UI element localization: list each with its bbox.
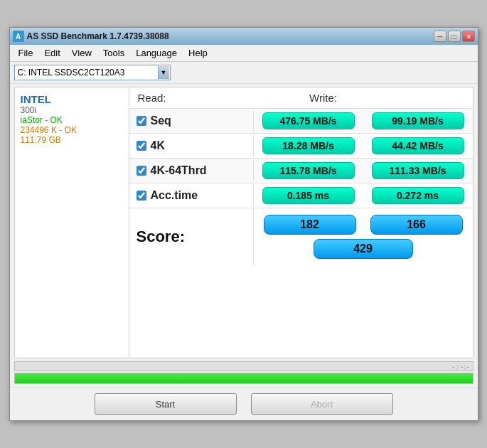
- drive-select[interactable]: C: INTEL SSDSC2CT120A3: [14, 65, 171, 80]
- 4k-label: 4K: [151, 139, 165, 152]
- info-panel: INTEL 300i iaStor - OK 234496 K - OK 111…: [15, 87, 129, 358]
- scrollbar-track[interactable]: -:·-:-: [14, 361, 473, 371]
- menu-tools[interactable]: Tools: [97, 46, 130, 60]
- menubar: File Edit View Tools Language Help: [10, 45, 478, 62]
- score-results: 182 166 429: [254, 210, 473, 263]
- progress-track: [14, 373, 473, 384]
- table-row: Seq 476.75 MB/s 99.19 MB/s: [129, 109, 473, 134]
- acctime-write-cell: 0.272 ms: [363, 183, 473, 208]
- start-button[interactable]: Start: [95, 393, 237, 415]
- acctime-read-badge: 0.185 ms: [262, 187, 355, 204]
- row-label-4k64: 4K-64Thrd: [129, 160, 254, 181]
- seq-checkbox[interactable]: [137, 116, 146, 126]
- score-total-row: 429: [254, 239, 473, 259]
- score-row: Score: 182 166 429: [129, 208, 473, 265]
- table-row: 4K 18.28 MB/s 44.42 MB/s: [129, 134, 473, 159]
- results-panel: Read: Write: Seq 476.75 MB/s 99.19 MB/s: [129, 87, 473, 358]
- progress-area: -:·-:-: [14, 361, 473, 384]
- menu-language[interactable]: Language: [130, 46, 183, 60]
- 4k64-checkbox[interactable]: [137, 166, 146, 176]
- scrollbar-dots: -:·-:-: [452, 363, 469, 370]
- main-content: INTEL 300i iaStor - OK 234496 K - OK 111…: [14, 87, 473, 358]
- table-row: 4K-64Thrd 115.78 MB/s 111.33 MB/s: [129, 159, 473, 183]
- 4k64-write-cell: 111.33 MB/s: [363, 159, 473, 183]
- row-label-seq: Seq: [129, 110, 254, 132]
- table-row: Acc.time 0.185 ms 0.272 ms: [129, 183, 473, 208]
- seq-read-cell: 476.75 MB/s: [254, 109, 363, 133]
- 4k-write-badge: 44.42 MB/s: [372, 137, 464, 154]
- abort-button[interactable]: Abort: [251, 393, 393, 415]
- menu-edit[interactable]: Edit: [38, 46, 65, 60]
- 4k-write-cell: 44.42 MB/s: [363, 134, 473, 158]
- acctime-checkbox[interactable]: [137, 191, 146, 201]
- seq-write-cell: 99.19 MB/s: [363, 109, 473, 133]
- 4k-checkbox[interactable]: [137, 141, 146, 151]
- titlebar-title-group: A AS SSD Benchmark 1.7.4739.38088: [13, 31, 169, 42]
- acctime-write-badge: 0.272 ms: [372, 187, 464, 204]
- menu-help[interactable]: Help: [183, 46, 213, 60]
- score-label: Score:: [129, 208, 254, 265]
- minimize-button[interactable]: ─: [434, 31, 446, 42]
- score-total-badge: 429: [314, 239, 413, 259]
- 4k64-label: 4K-64Thrd: [151, 164, 207, 177]
- score-read-write-row: 182 166: [254, 215, 473, 235]
- row-label-acctime: Acc.time: [129, 185, 254, 206]
- 4k-read-badge: 18.28 MB/s: [262, 137, 355, 154]
- size-status: 234496 K - OK: [21, 125, 123, 135]
- close-button[interactable]: ✕: [462, 31, 475, 42]
- titlebar-controls: ─ □ ✕: [434, 31, 475, 42]
- score-read-badge: 182: [264, 215, 356, 235]
- 4k64-read-cell: 115.78 MB/s: [254, 159, 363, 183]
- driver-status: iaStor - OK: [21, 115, 123, 125]
- toolbar: C: INTEL SSDSC2CT120A3 ▼: [10, 62, 478, 84]
- write-header: Write:: [301, 87, 473, 109]
- 4k64-read-badge: 115.78 MB/s: [262, 162, 355, 179]
- window-title: AS SSD Benchmark 1.7.4739.38088: [27, 31, 169, 41]
- application-window: A AS SSD Benchmark 1.7.4739.38088 ─ □ ✕ …: [9, 27, 478, 421]
- restore-button[interactable]: □: [448, 31, 461, 42]
- bottom-bar: Start Abort: [10, 387, 478, 420]
- score-write-badge: 166: [370, 215, 463, 235]
- row-label-4k: 4K: [129, 135, 254, 156]
- seq-write-badge: 99.19 MB/s: [372, 112, 464, 129]
- seq-label: Seq: [151, 114, 171, 127]
- acctime-label: Acc.time: [151, 189, 198, 202]
- 4k64-write-badge: 111.33 MB/s: [372, 162, 464, 179]
- drive-select-wrapper: C: INTEL SSDSC2CT120A3 ▼: [14, 65, 171, 80]
- menu-view[interactable]: View: [66, 46, 97, 60]
- acctime-read-cell: 0.185 ms: [254, 183, 363, 208]
- app-icon: A: [13, 31, 24, 42]
- drive-capacity: 111.79 GB: [21, 135, 123, 145]
- results-header: Read: Write:: [129, 87, 473, 109]
- drive-brand: INTEL: [21, 93, 123, 105]
- progress-fill: [15, 373, 473, 383]
- seq-read-badge: 476.75 MB/s: [262, 112, 355, 129]
- 4k-read-cell: 18.28 MB/s: [254, 134, 363, 158]
- drive-model: 300i: [21, 105, 123, 115]
- titlebar: A AS SSD Benchmark 1.7.4739.38088 ─ □ ✕: [10, 28, 478, 45]
- menu-file[interactable]: File: [13, 46, 39, 60]
- read-header: Read:: [129, 87, 301, 109]
